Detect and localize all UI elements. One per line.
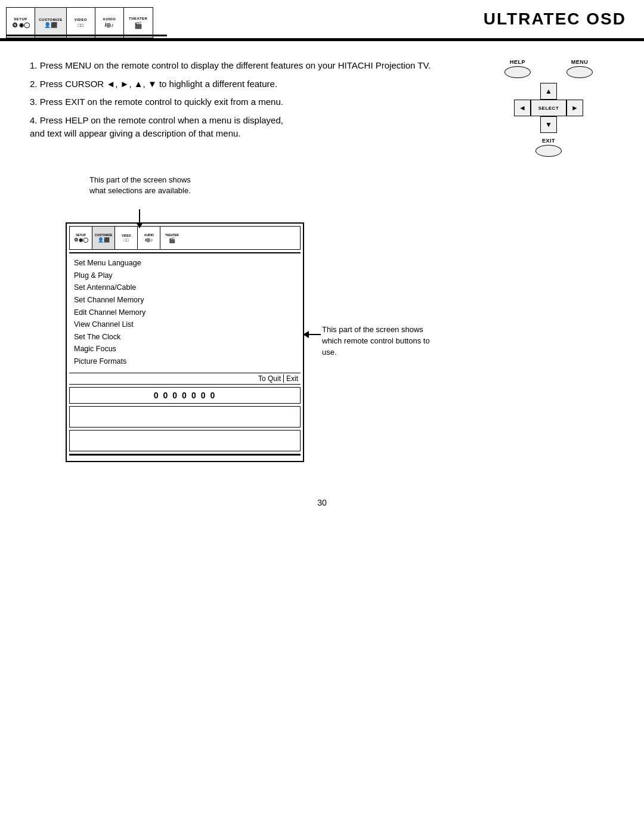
nav-up-button: ▲ <box>540 83 557 100</box>
content-row: 1. Press MENU on the remote control to d… <box>30 59 614 157</box>
exit-oval <box>535 145 562 157</box>
instructions-col: 1. Press MENU on the remote control to d… <box>30 59 471 145</box>
tv-menu-item-1: Set Menu Language <box>74 257 296 270</box>
right-arrow-line <box>309 334 321 335</box>
instruction-3: 3. Press EXIT on the remote control to q… <box>30 95 471 109</box>
remote-diagram: HELP MENU ▲ ◄ SELECT ► <box>504 59 593 157</box>
digit-5: 0 <box>191 391 197 400</box>
tv-menu-item-8: Magic Focus <box>74 343 296 355</box>
tv-video-icon: □□ <box>124 238 129 242</box>
right-callout: This part of the screen shows which remo… <box>322 324 441 358</box>
setup-icon: ⚙ <box>12 22 18 29</box>
instruction-4: 4. Press HELP on the remote control when… <box>30 114 471 141</box>
tv-menu-content: Set Menu Language Plug & Play Set Antenn… <box>67 253 303 373</box>
header-underline <box>6 35 167 36</box>
tv-footer: To Quit Exit <box>69 373 301 385</box>
tv-audio-icon: /◎♪ <box>145 237 153 243</box>
right-arrow <box>303 331 321 338</box>
digit-6: 0 <box>201 391 207 400</box>
left-callout-text: This part of the screen shows what selec… <box>89 175 191 196</box>
arrow-head <box>136 222 143 228</box>
digit-4: 0 <box>182 391 188 400</box>
page-number: 30 <box>0 498 644 519</box>
tv-setup-icon: ⚙ <box>74 237 78 243</box>
remote-top-buttons: HELP MENU <box>504 59 593 78</box>
tv-menu-item-5: Edit Channel Memory <box>74 306 296 319</box>
instruction-2-text: Press CURSOR ◄, ►, ▲, ▼ to highlight a d… <box>40 79 277 89</box>
tv-menu-item-2: Plug & Play <box>74 270 296 282</box>
digit-7: 0 <box>210 391 216 400</box>
header-tab-video: VIDEO □□ <box>67 8 95 38</box>
help-oval <box>504 66 531 78</box>
header-tab-customize: CUSTOMIZE 👤⬛ <box>35 8 67 38</box>
tv-menu-item-3: Set Antenna/Cable <box>74 281 296 294</box>
tv-blank-row-2 <box>69 430 301 451</box>
tv-tab-theater: THEATER 🎬 <box>160 227 183 249</box>
menu-button-group: MENU <box>566 59 593 78</box>
screen-container: This part of the screen shows what selec… <box>66 222 304 462</box>
main-content: 1. Press MENU on the remote control to d… <box>0 41 644 474</box>
setup-icon2: ◉◯ <box>19 23 30 28</box>
tv-setup-icon2: ◉◯ <box>79 237 88 243</box>
tv-digit-bar: 0 0 0 0 0 0 0 <box>69 387 301 404</box>
tv-theater-icon: 🎬 <box>169 237 175 243</box>
video-icon: □□ <box>78 23 83 28</box>
tv-bottom-bar-thick <box>69 454 301 459</box>
tv-blank-rows <box>69 406 301 451</box>
page-title: ULTRATEC OSD <box>484 5 626 32</box>
tv-exit-label: Exit <box>284 374 298 383</box>
callout-arrow <box>136 209 143 228</box>
remote-nav: ▲ ◄ SELECT ► ▼ <box>514 83 583 133</box>
menu-label: MENU <box>571 59 589 65</box>
tv-tab-video: VIDEO □□ <box>115 227 138 249</box>
tv-screen: SETUP ⚙ ◉◯ CUSTOMIZE 👤⬛ VIDEO <box>66 222 304 462</box>
digit-display: 0 0 0 0 0 0 0 <box>154 391 216 400</box>
tv-menu-item-7: Set The Clock <box>74 331 296 343</box>
theater-icon: 🎬 <box>134 21 143 29</box>
callout-arrow-container <box>136 209 143 228</box>
digit-3: 0 <box>172 391 178 400</box>
instruction-1: 1. Press MENU on the remote control to d… <box>30 59 471 73</box>
help-label: HELP <box>510 59 525 65</box>
exit-button-group: EXIT <box>535 135 562 157</box>
tv-blank-row-1 <box>69 406 301 428</box>
instruction-1-text: Press MENU on the remote control to disp… <box>40 60 431 70</box>
digit-1: 0 <box>154 391 160 400</box>
header: SETUP ⚙ ◉◯ CUSTOMIZE 👤⬛ VIDEO □□ AUDIO /… <box>0 0 644 40</box>
instruction-1-number: 1. <box>30 60 40 70</box>
header-tab-audio: AUDIO /◎♪ <box>95 8 124 38</box>
right-callout-text: This part of the screen shows which remo… <box>322 325 430 357</box>
customize-icon: 👤⬛ <box>44 23 57 28</box>
instruction-3-number: 3. <box>30 97 40 107</box>
tv-menu-item-6: View Channel List <box>74 318 296 331</box>
tv-tab-setup: SETUP ⚙ ◉◯ <box>70 227 92 249</box>
instruction-3-text: Press EXIT on the remote control to quic… <box>40 97 283 107</box>
instruction-4-text: Press HELP on the remote control when a … <box>30 115 283 139</box>
nav-left-button: ◄ <box>514 100 531 116</box>
nav-down-button: ▼ <box>540 116 557 133</box>
tv-tab-customize: CUSTOMIZE 👤⬛ <box>92 227 115 249</box>
tv-quit-label: To Quit <box>258 374 284 383</box>
instruction-2-number: 2. <box>30 79 40 89</box>
select-button: SELECT <box>531 100 566 116</box>
header-menu-diagram: SETUP ⚙ ◉◯ CUSTOMIZE 👤⬛ VIDEO □□ AUDIO /… <box>6 7 153 38</box>
right-arrow-head <box>303 331 309 338</box>
screen-section: This part of the screen shows what selec… <box>30 187 614 462</box>
audio-icon: /◎♪ <box>105 22 114 28</box>
tv-customize-icon: 👤⬛ <box>98 237 110 243</box>
tv-menu-item-4: Set Channel Memory <box>74 294 296 306</box>
nav-right-button: ► <box>566 100 583 116</box>
digit-2: 0 <box>163 391 169 400</box>
menu-oval <box>566 66 593 78</box>
header-tab-theater: THEATER 🎬 <box>124 8 153 38</box>
nav-middle-row: ◄ SELECT ► <box>514 100 583 116</box>
header-tab-setup: SETUP ⚙ ◉◯ <box>7 8 35 38</box>
remote-col: HELP MENU ▲ ◄ SELECT ► <box>483 53 614 157</box>
instruction-4-number: 4. <box>30 115 40 125</box>
tv-menu-item-9: Picture Formats <box>74 355 296 368</box>
tv-tab-audio: AUDIO /◎♪ <box>138 227 160 249</box>
exit-label: EXIT <box>542 138 555 144</box>
instruction-2: 2. Press CURSOR ◄, ►, ▲, ▼ to highlight … <box>30 78 471 91</box>
help-button-group: HELP <box>504 59 531 78</box>
arrow-line <box>139 209 140 222</box>
